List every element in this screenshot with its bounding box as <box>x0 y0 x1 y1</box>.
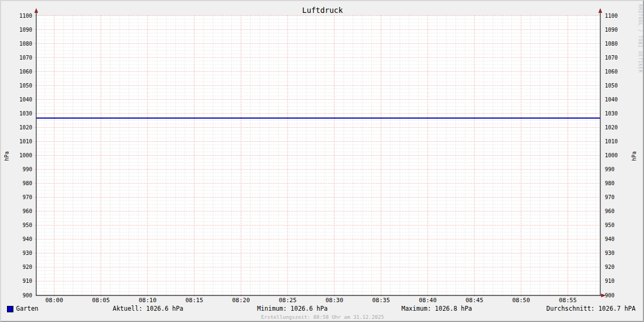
svg-text:1010: 1010 <box>605 138 618 144</box>
svg-text:960: 960 <box>23 208 32 214</box>
svg-text:08:00: 08:00 <box>45 297 63 304</box>
svg-text:1030: 1030 <box>19 111 32 116</box>
svg-text:08:50: 08:50 <box>512 297 530 304</box>
svg-text:950: 950 <box>605 222 614 228</box>
svg-text:1050: 1050 <box>605 83 618 89</box>
svg-text:08:10: 08:10 <box>138 297 156 304</box>
svg-text:08:35: 08:35 <box>372 297 390 304</box>
svg-text:980: 980 <box>23 180 32 186</box>
pressure-chart-canvas: 9009009109109209209309309409409509509609… <box>1 1 644 322</box>
svg-text:1040: 1040 <box>19 97 32 103</box>
svg-text:08:20: 08:20 <box>232 297 250 304</box>
svg-text:1000: 1000 <box>19 152 32 158</box>
svg-text:08:25: 08:25 <box>279 297 296 304</box>
svg-text:1020: 1020 <box>605 125 618 130</box>
svg-text:940: 940 <box>605 236 614 242</box>
svg-text:920: 920 <box>23 264 32 270</box>
svg-text:910: 910 <box>23 278 32 284</box>
svg-text:1060: 1060 <box>19 69 32 75</box>
stat-durchschnitt: Durchschnitt: 1026.7 hPA <box>546 305 635 312</box>
svg-text:950: 950 <box>23 222 32 228</box>
svg-text:900: 900 <box>23 292 32 298</box>
svg-text:930: 930 <box>23 250 32 256</box>
svg-text:970: 970 <box>23 194 32 200</box>
svg-text:970: 970 <box>605 194 614 200</box>
svg-text:1060: 1060 <box>605 69 618 75</box>
svg-text:910: 910 <box>605 278 614 284</box>
svg-text:08:05: 08:05 <box>92 297 109 304</box>
svg-text:900: 900 <box>605 292 614 298</box>
svg-text:960: 960 <box>605 208 614 214</box>
svg-text:08:55: 08:55 <box>559 297 576 304</box>
svg-text:920: 920 <box>605 264 614 270</box>
svg-text:930: 930 <box>605 250 614 256</box>
svg-text:1070: 1070 <box>19 55 32 61</box>
svg-text:1020: 1020 <box>19 125 32 130</box>
svg-text:1000: 1000 <box>605 152 618 158</box>
svg-text:08:30: 08:30 <box>325 297 343 304</box>
stat-maximum: Maximum: 1026.8 hPa <box>401 305 472 312</box>
series-color-swatch <box>7 306 13 312</box>
legend-and-stats-row: Garten Aktuell: 1026.6 hPa Minimum: 1026… <box>1 305 644 313</box>
svg-text:990: 990 <box>605 166 614 172</box>
svg-text:1030: 1030 <box>605 111 618 116</box>
graph-stage: 9009009109109209209309309409409509509609… <box>1 1 644 322</box>
svg-text:1040: 1040 <box>605 97 618 103</box>
svg-text:940: 940 <box>23 236 32 242</box>
y-axis-unit-label-right: hPa <box>631 150 638 163</box>
creation-time-note: Erstellungszeit: 08:58 Uhr am 31.12.2025 <box>1 314 644 320</box>
stat-aktuell: Aktuell: 1026.6 hPa <box>113 305 184 312</box>
series-legend-label: Garten <box>16 305 39 312</box>
y-axis-unit-label-left: hPa <box>3 150 11 163</box>
svg-text:990: 990 <box>23 166 32 172</box>
svg-text:08:40: 08:40 <box>419 297 436 304</box>
rrdtool-watermark: RRDTOOL / TOBI OETIKER <box>638 4 642 73</box>
svg-text:08:45: 08:45 <box>465 297 483 304</box>
svg-text:08:15: 08:15 <box>185 297 203 304</box>
svg-text:1080: 1080 <box>19 41 32 47</box>
svg-text:980: 980 <box>605 180 614 186</box>
stat-minimum: Minimum: 1026.6 hPa <box>257 305 328 312</box>
svg-text:1090: 1090 <box>19 27 32 33</box>
rrdtool-graph-window: 9009009109109209209309309409409509509609… <box>0 0 644 322</box>
svg-text:1090: 1090 <box>605 27 618 33</box>
svg-text:1050: 1050 <box>19 83 32 89</box>
svg-text:1080: 1080 <box>605 41 618 47</box>
svg-text:1070: 1070 <box>605 55 618 61</box>
svg-text:1010: 1010 <box>19 138 32 144</box>
chart-title: Luftdruck <box>1 6 644 14</box>
